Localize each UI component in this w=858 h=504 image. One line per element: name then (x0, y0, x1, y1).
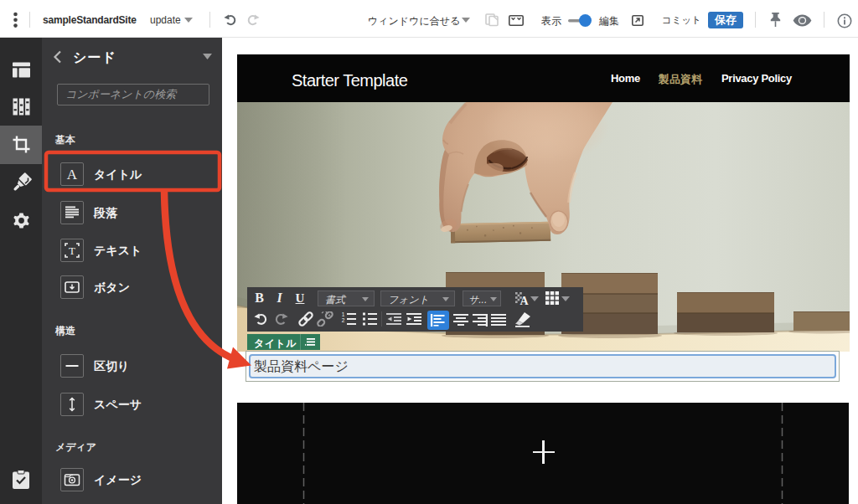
svg-text:2: 2 (342, 317, 345, 323)
svg-text:A: A (67, 167, 78, 183)
svg-text:A: A (519, 295, 529, 306)
svg-text:T: T (69, 244, 75, 257)
